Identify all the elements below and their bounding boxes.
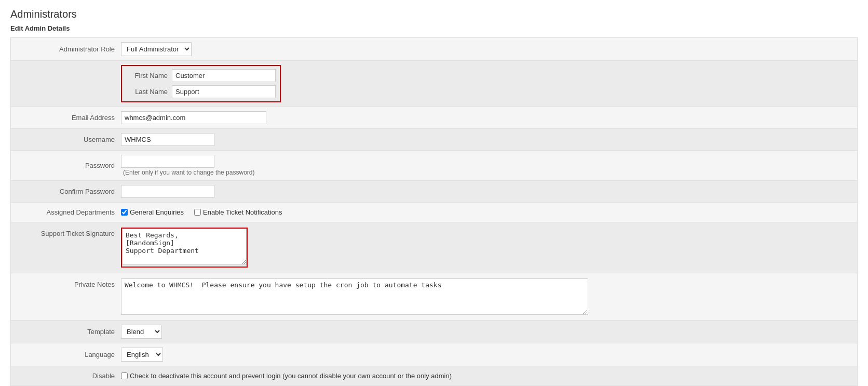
language-row: Language English French German Spanish (11, 343, 857, 366)
administrator-role-select[interactable]: Full Administrator Support Staff Sales S… (121, 42, 192, 56)
private-notes-label: Private Notes (17, 278, 121, 288)
language-label: Language (17, 351, 121, 358)
name-row: First Name Last Name (11, 61, 857, 107)
last-name-label: Last Name (126, 88, 168, 96)
general-enquiries-label: General Enquiries (130, 208, 184, 216)
last-name-input[interactable] (172, 85, 276, 98)
support-ticket-signature-control: Best Regards, [RandomSign] Support Depar… (121, 228, 851, 268)
password-hint: (Enter only if you want to change the pa… (123, 169, 254, 176)
password-input[interactable] (121, 155, 214, 168)
email-label: Email Address (17, 114, 121, 122)
assigned-departments-control: General Enquiries Enable Ticket Notifica… (121, 208, 851, 216)
password-control: (Enter only if you want to change the pa… (121, 155, 851, 176)
email-row: Email Address (11, 107, 857, 129)
private-notes-control: Welcome to WHMCS! Please ensure you have… (121, 278, 851, 315)
first-name-input[interactable] (172, 69, 276, 82)
name-control: First Name Last Name (121, 65, 851, 102)
username-control (121, 133, 851, 146)
signature-highlight-box: Best Regards, [RandomSign] Support Depar… (121, 228, 248, 268)
template-label: Template (17, 328, 121, 336)
general-enquiries-checkbox-label[interactable]: General Enquiries (121, 208, 184, 216)
enable-ticket-notifications-checkbox[interactable] (194, 209, 201, 216)
email-input[interactable] (121, 111, 266, 124)
support-ticket-signature-textarea[interactable]: Best Regards, [RandomSign] Support Depar… (122, 229, 247, 265)
password-row: Password (Enter only if you want to chan… (11, 151, 857, 181)
language-control: English French German Spanish (121, 348, 851, 362)
enable-ticket-notifications-checkbox-label[interactable]: Enable Ticket Notifications (194, 208, 282, 216)
confirm-password-input[interactable] (121, 185, 214, 198)
disable-control: Check to deactivate this account and pre… (121, 372, 851, 380)
username-label: Username (17, 136, 121, 143)
assigned-departments-row: Assigned Departments General Enquiries E… (11, 203, 857, 222)
confirm-password-row: Confirm Password (11, 181, 857, 203)
general-enquiries-checkbox[interactable] (121, 209, 128, 216)
username-row: Username (11, 129, 857, 151)
assigned-departments-label: Assigned Departments (17, 208, 121, 216)
username-input[interactable] (121, 133, 214, 146)
template-control: Blend Default Modern (121, 325, 851, 339)
first-name-label: First Name (126, 72, 168, 79)
email-control (121, 111, 851, 124)
administrator-role-control: Full Administrator Support Staff Sales S… (121, 42, 851, 56)
private-notes-textarea[interactable]: Welcome to WHMCS! Please ensure you have… (121, 278, 588, 315)
disable-hint: Check to deactivate this account and pre… (130, 372, 452, 380)
name-highlight-box: First Name Last Name (121, 65, 281, 102)
template-select[interactable]: Blend Default Modern (121, 325, 162, 339)
support-ticket-signature-row: Support Ticket Signature Best Regards, [… (11, 222, 857, 273)
name-group: First Name Last Name (126, 69, 276, 98)
confirm-password-label: Confirm Password (17, 188, 121, 195)
last-name-row: Last Name (126, 85, 276, 98)
private-notes-row: Private Notes Welcome to WHMCS! Please e… (11, 273, 857, 321)
enable-ticket-notifications-label: Enable Ticket Notifications (203, 208, 282, 216)
first-name-row: First Name (126, 69, 276, 82)
language-select[interactable]: English French German Spanish (121, 348, 163, 362)
section-title: Edit Admin Details (10, 24, 858, 32)
disable-label: Disable (17, 372, 121, 380)
disable-row: Disable Check to deactivate this account… (11, 366, 857, 386)
disable-checkbox[interactable] (121, 372, 128, 379)
support-ticket-signature-label: Support Ticket Signature (17, 228, 121, 237)
confirm-password-control (121, 185, 851, 198)
template-row: Template Blend Default Modern (11, 321, 857, 343)
page-title: Administrators (10, 8, 858, 20)
disable-checkbox-label[interactable]: Check to deactivate this account and pre… (121, 372, 452, 380)
edit-admin-form: Administrator Role Full Administrator Su… (10, 37, 858, 386)
administrator-role-row: Administrator Role Full Administrator Su… (11, 38, 857, 61)
administrator-role-label: Administrator Role (17, 45, 121, 53)
password-label: Password (17, 162, 121, 169)
